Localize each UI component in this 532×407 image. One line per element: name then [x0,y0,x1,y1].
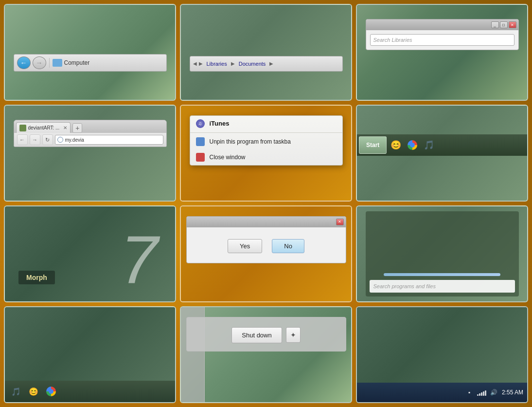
dialog-close-button[interactable]: ✕ [336,219,344,225]
yes-button[interactable]: Yes [228,239,262,253]
shutdown-controls: Shut down ✦ [193,327,340,343]
taskbar-smiley-icon[interactable]: 😊 [389,138,403,152]
browser-forward-button[interactable]: → [30,134,40,145]
menu-title: iTunes [210,120,230,127]
network-signal-icon [477,389,486,396]
breadcrumb-documents[interactable]: Documents [237,60,268,68]
back-arrow-icon: ← [20,59,27,67]
tab-label: deviantART: ... [28,125,60,130]
address-text: Computer [64,59,163,66]
cell-browser: deviantART: ... ✕ + ← → ↻ my.devia [4,105,176,202]
signal-bar-1 [477,394,479,396]
smiley-face-icon: 😊 [390,140,401,150]
smiley-app-icon: 😊 [29,387,38,396]
signal-bar-4 [483,391,484,396]
tray-toggle-icon[interactable]: ▪ [465,388,473,396]
win7-logo: 7 [120,225,158,294]
itunes-context-menu: ♫ iTunes Unpin this program from taskba … [190,115,343,166]
signal-bar-3 [481,392,482,396]
forward-button[interactable]: → [33,56,46,69]
forward-arrow-icon: → [36,59,43,67]
browser-refresh-button[interactable]: ↻ [42,134,53,145]
breadcrumb-end-arrow: ▶ [269,61,273,66]
window-titlebar: _ □ ✕ [366,19,518,30]
search-libraries-input[interactable]: Search Libraries [370,34,514,46]
menu-item-unpin[interactable]: Unpin this program from taskba [190,134,342,149]
close-button[interactable]: ✕ [509,21,516,28]
main-grid: ← → Computer ◀ ▶ Libraries ▶ Documents ▶ [0,0,532,407]
taskbar-music-app-icon[interactable]: 🎵 [9,384,23,399]
close-x-icon [196,153,205,162]
shutdown-options-button[interactable]: ✦ [286,327,301,343]
system-tray: ▪ 🔊 2:55 AM [357,383,527,402]
taskbar: Start 😊 🎵 [357,134,527,156]
win-edition-label: Morph [18,271,55,284]
start-progress-bar [384,273,500,276]
cell-win7-morph: 7 Morph [4,205,176,302]
no-label: No [284,242,292,250]
taskbar-chrome-app-icon[interactable] [44,384,58,399]
taskbar-music-icon[interactable]: 🎵 [422,138,436,152]
chrome-browser-icon [408,140,417,150]
cell-start-search: Search programs and files [356,205,528,302]
globe-icon [57,137,63,143]
taskbar-smiley-app-icon[interactable]: 😊 [26,384,41,399]
browser-back-button[interactable]: ← [17,134,28,145]
search-programs-placeholder: Search programs and files [373,283,436,289]
breadcrumb-toolbar: ◀ ▶ Libraries ▶ Documents ▶ [190,56,343,72]
pin-icon [196,137,205,146]
volume-icon[interactable]: 🔊 [490,388,498,396]
itunes-icon: ♫ [196,119,205,128]
start-label: Start [366,142,379,148]
music-icon: 🎵 [424,140,434,150]
breadcrumb-arrow: ▶ [231,61,235,66]
close-window-label: Close window [210,154,246,161]
breadcrumb-separator1: ▶ [199,61,203,66]
menu-separator [190,132,342,133]
divider [49,58,50,68]
browser-window: deviantART: ... ✕ + ← → ↻ my.devia [14,120,167,147]
dialog-body: Yes No [187,227,346,263]
start-menu-panel: Search programs and files [366,211,519,297]
cell-yes-no-dialog: ✕ Yes No [180,205,352,302]
tab-favicon-icon [19,125,26,131]
signal-bar-5 [485,390,486,396]
browser-url-bar[interactable]: my.devia [55,135,163,145]
back-button[interactable]: ← [17,56,31,69]
menu-item-close[interactable]: Close window [190,149,342,165]
bottom-taskbar: 🎵 😊 [5,381,175,402]
cell-system-tray: ▪ 🔊 2:55 AM [356,306,528,403]
cell-context-menu: ♫ iTunes Unpin this program from taskba … [180,105,352,202]
url-text: my.devia [65,137,84,143]
edition-text: Morph [26,274,47,281]
taskbar-chrome-icon[interactable] [405,138,420,152]
tab-close-button[interactable]: ✕ [63,125,67,130]
explorer-toolbar: ← → Computer [14,54,167,72]
cell-breadcrumb: ◀ ▶ Libraries ▶ Documents ▶ [180,4,352,101]
breadcrumb-libraries[interactable]: Libraries [205,60,229,68]
search-window: _ □ ✕ Search Libraries [366,19,519,50]
shutdown-label: Shut down [242,332,271,339]
folder-icon [53,59,62,67]
start-button[interactable]: Start [359,136,387,154]
minimize-button[interactable]: _ [491,21,499,28]
shutdown-arrow-icon: ✦ [290,331,296,339]
shutdown-button[interactable]: Shut down [231,327,282,343]
menu-item-title-row: ♫ iTunes [190,116,342,131]
browser-nav-bar: ← → ↻ my.devia [14,133,166,147]
cell-search-libraries: _ □ ✕ Search Libraries [356,4,528,101]
search-programs-input[interactable]: Search programs and files [370,280,515,293]
cell-taskbar-start: Start 😊 🎵 [356,105,528,202]
win-number: 7 [120,221,158,297]
chrome-app-icon [46,387,56,396]
browser-tab[interactable]: deviantART: ... ✕ [16,122,71,133]
no-button[interactable]: No [272,239,304,253]
search-bar: Search Libraries [366,30,518,50]
new-tab-button[interactable]: + [72,123,82,133]
maximize-button[interactable]: □ [500,21,508,28]
cell-explorer-nav: ← → Computer [4,4,176,101]
cell-shutdown: Shut down ✦ [180,306,352,403]
signal-bar-2 [479,393,480,396]
unpin-label: Unpin this program from taskba [210,138,291,145]
search-placeholder-text: Search Libraries [373,37,412,43]
